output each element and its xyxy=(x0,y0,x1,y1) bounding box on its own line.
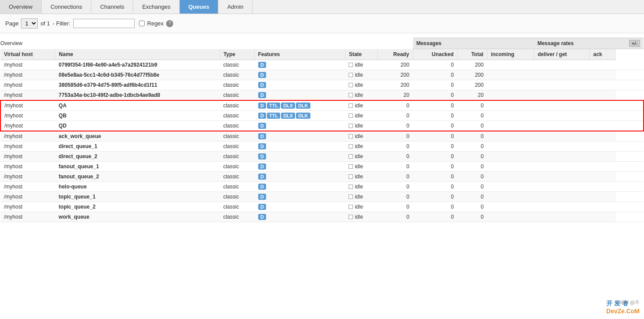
table-row[interactable]: /myhostQBclassicDTTLDLXDLKidle000 xyxy=(0,111,644,121)
cell-name[interactable]: helo-queue xyxy=(55,182,220,192)
table-row[interactable]: /myhostwork_queueclassicDidle000 xyxy=(0,212,644,222)
filter-input[interactable] xyxy=(73,19,135,28)
cell-features: D xyxy=(254,202,345,212)
cell-name[interactable]: fanout_queue_2 xyxy=(55,172,220,182)
cell-name[interactable]: QB xyxy=(55,111,220,121)
cell-deliver-get xyxy=(534,172,590,182)
cell-features: D xyxy=(254,142,345,152)
cell-vhost: /myhost xyxy=(0,100,55,111)
regex-checkbox[interactable] xyxy=(139,21,145,26)
table-row[interactable]: /myhostfanout_queue_2classicDidle000 xyxy=(0,172,644,182)
cell-name[interactable]: QD xyxy=(55,121,220,131)
cell-incoming xyxy=(487,70,534,80)
table-row[interactable]: /myhosthelo-queueclassicDidle000 xyxy=(0,182,644,192)
cell-ack xyxy=(590,152,616,162)
nav-connections[interactable]: Connections xyxy=(42,0,91,14)
filter-bar: Page 1 of 1 - Filter: Regex ? xyxy=(0,14,644,33)
cell-name[interactable]: 7753a34a-bc10-49f2-adbe-1dbcb4ae9ad8 xyxy=(55,90,220,101)
cell-name[interactable]: topic_queue_2 xyxy=(55,202,220,212)
cell-deliver-get xyxy=(534,192,590,202)
table-row[interactable]: /myhost380585d6-e379-4d75-89f5-adf6b4cd1… xyxy=(0,80,644,90)
cell-state: idle xyxy=(345,192,377,202)
cell-features: D xyxy=(254,172,345,182)
cell-features: D xyxy=(254,121,345,131)
overview-section-header: Overview xyxy=(0,38,377,49)
nav-channels[interactable]: Channels xyxy=(91,0,133,14)
cell-deliver-get xyxy=(534,90,590,101)
cell-name[interactable]: topic_queue_1 xyxy=(55,192,220,202)
table-row[interactable]: /myhosttopic_queue_1classicDidle000 xyxy=(0,192,644,202)
col-unacked: Unacked xyxy=(413,49,458,60)
nav-admin[interactable]: Admin xyxy=(218,0,253,14)
cell-ready: 0 xyxy=(377,182,413,192)
cell-vhost: /myhost xyxy=(0,90,55,101)
cell-name[interactable]: QA xyxy=(55,100,220,111)
cell-name[interactable]: 380585d6-e379-4d75-89f5-adf6b4cd1f11 xyxy=(55,80,220,90)
table-row[interactable]: /myhosttopic_queue_2classicDidle000 xyxy=(0,202,644,212)
state-text: idle xyxy=(355,194,363,200)
cell-deliver-get xyxy=(534,182,590,192)
cell-total: 0 xyxy=(457,142,487,152)
cell-incoming xyxy=(487,172,534,182)
cell-deliver-get xyxy=(534,142,590,152)
page-select[interactable]: 1 xyxy=(21,18,38,28)
table-row[interactable]: /myhostdirect_queue_1classicDidle000 xyxy=(0,142,644,152)
plus-minus-button[interactable]: +/- xyxy=(629,40,640,47)
cell-name[interactable]: fanout_queue_1 xyxy=(55,162,220,172)
cell-total: 0 xyxy=(457,152,487,162)
feature-badge-d: D xyxy=(258,103,266,109)
cell-ready: 200 xyxy=(377,80,413,90)
cell-type: classic xyxy=(220,70,254,80)
cell-name[interactable]: 0799f354-1f66-4e90-a4e5-a7a2924121b9 xyxy=(55,60,220,70)
cell-unacked: 0 xyxy=(413,142,458,152)
cell-ack xyxy=(590,212,616,222)
cell-state: idle xyxy=(345,202,377,212)
cell-features: D xyxy=(254,70,345,80)
cell-total: 200 xyxy=(457,70,487,80)
table-row[interactable]: /myhostQAclassicDTTLDLXDLKidle000 xyxy=(0,100,644,111)
cell-type: classic xyxy=(220,121,254,131)
cell-ack xyxy=(590,121,616,131)
page-label: Page xyxy=(5,20,18,27)
cell-type: classic xyxy=(220,80,254,90)
cell-name[interactable]: direct_queue_1 xyxy=(55,142,220,152)
cell-state: idle xyxy=(345,152,377,162)
nav-overview[interactable]: Overview xyxy=(0,0,42,14)
table-row[interactable]: /myhost08e5e8aa-5cc1-4c6d-b345-76c4d77f5… xyxy=(0,70,644,80)
col-type: Type xyxy=(220,49,254,60)
feature-badge-d: D xyxy=(258,194,266,200)
cell-total: 0 xyxy=(457,172,487,182)
table-row[interactable]: /myhostQDclassicDidle000 xyxy=(0,121,644,131)
cell-name[interactable]: work_queue xyxy=(55,212,220,222)
cell-vhost: /myhost xyxy=(0,182,55,192)
cell-vhost: /myhost xyxy=(0,70,55,80)
help-button[interactable]: ? xyxy=(166,20,173,27)
nav-exchanges[interactable]: Exchanges xyxy=(133,0,179,14)
cell-name[interactable]: direct_queue_2 xyxy=(55,152,220,162)
table-row[interactable]: /myhost0799f354-1f66-4e90-a4e5-a7a292412… xyxy=(0,60,644,70)
cell-ack xyxy=(590,172,616,182)
cell-type: classic xyxy=(220,172,254,182)
feature-badge-dlx: DLX xyxy=(281,113,295,119)
cell-name[interactable]: ack_work_queue xyxy=(55,131,220,142)
cell-state: idle xyxy=(345,131,377,142)
table-row[interactable]: /myhost7753a34a-bc10-49f2-adbe-1dbcb4ae9… xyxy=(0,90,644,101)
cell-total: 0 xyxy=(457,212,487,222)
feature-badge-d: D xyxy=(258,92,266,98)
table-row[interactable]: /myhostack_work_queueclassicDidle000 xyxy=(0,131,644,142)
cell-type: classic xyxy=(220,142,254,152)
cell-unacked: 0 xyxy=(413,90,458,101)
table-row[interactable]: /myhostfanout_queue_1classicDidle000 xyxy=(0,162,644,172)
cell-deliver-get xyxy=(534,162,590,172)
plus-minus-cell[interactable]: +/- xyxy=(616,38,644,49)
cell-vhost: /myhost xyxy=(0,162,55,172)
feature-badge-d: D xyxy=(258,184,266,190)
cell-ack xyxy=(590,80,616,90)
cell-state: idle xyxy=(345,162,377,172)
nav-queues[interactable]: Queues xyxy=(180,0,219,14)
cell-vhost: /myhost xyxy=(0,80,55,90)
cell-name[interactable]: 08e5e8aa-5cc1-4c6d-b345-76c4d77f5b8e xyxy=(55,70,220,80)
cell-total: 200 xyxy=(457,60,487,70)
table-row[interactable]: /myhostdirect_queue_2classicDidle000 xyxy=(0,152,644,162)
state-text: idle xyxy=(355,204,363,210)
